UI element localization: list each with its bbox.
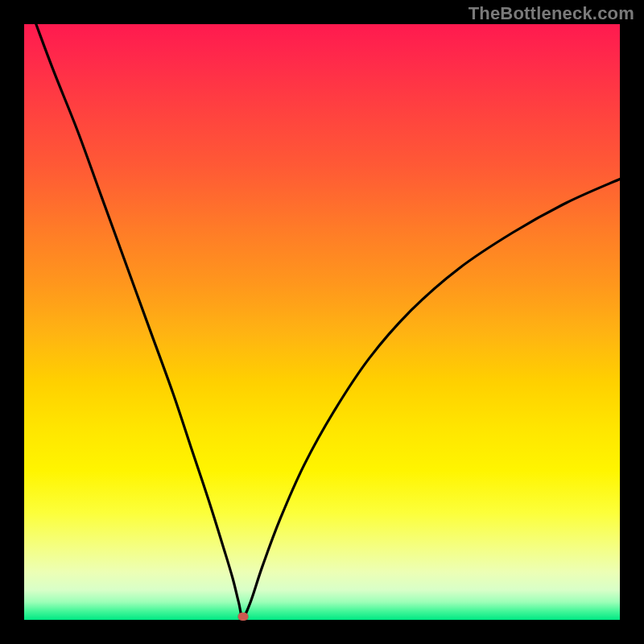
minimum-marker	[237, 613, 248, 621]
curve-svg	[24, 24, 620, 620]
bottleneck-curve	[36, 24, 620, 617]
plot-area	[24, 24, 620, 620]
watermark-text: TheBottleneck.com	[469, 3, 634, 24]
chart-frame: TheBottleneck.com	[0, 0, 644, 644]
